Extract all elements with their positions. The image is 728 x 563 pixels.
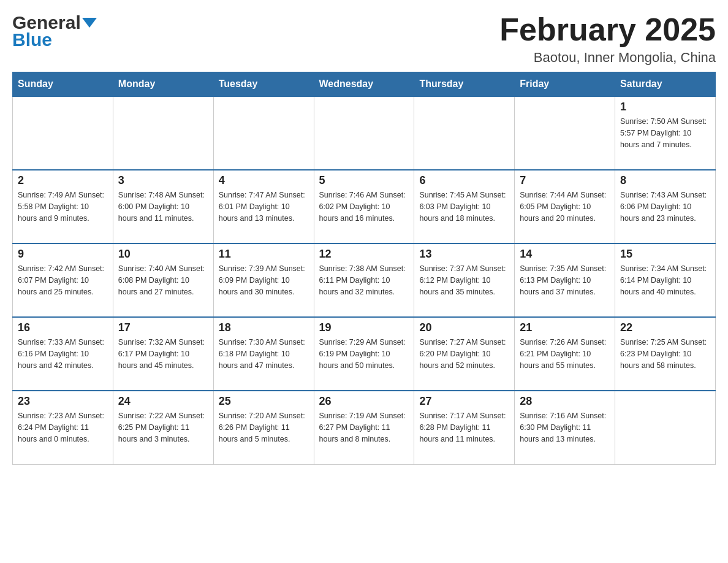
calendar-day-cell: 5Sunrise: 7:46 AM Sunset: 6:02 PM Daylig… bbox=[314, 170, 414, 243]
calendar-week-row: 2Sunrise: 7:49 AM Sunset: 5:58 PM Daylig… bbox=[13, 170, 716, 243]
calendar-day-cell bbox=[314, 96, 414, 170]
day-info: Sunrise: 7:17 AM Sunset: 6:28 PM Dayligh… bbox=[419, 410, 509, 445]
calendar-header: SundayMondayTuesdayWednesdayThursdayFrid… bbox=[13, 72, 716, 97]
calendar-day-cell: 26Sunrise: 7:19 AM Sunset: 6:27 PM Dayli… bbox=[314, 391, 414, 464]
calendar-day-cell: 14Sunrise: 7:35 AM Sunset: 6:13 PM Dayli… bbox=[515, 243, 615, 317]
calendar-day-cell: 1Sunrise: 7:50 AM Sunset: 5:57 PM Daylig… bbox=[615, 96, 716, 170]
calendar-day-cell: 8Sunrise: 7:43 AM Sunset: 6:06 PM Daylig… bbox=[615, 170, 716, 243]
day-info: Sunrise: 7:35 AM Sunset: 6:13 PM Dayligh… bbox=[520, 263, 610, 297]
calendar-body: 1Sunrise: 7:50 AM Sunset: 5:57 PM Daylig… bbox=[13, 96, 716, 464]
day-number: 25 bbox=[219, 395, 309, 408]
calendar-day-cell bbox=[615, 391, 716, 464]
calendar-header-cell: Monday bbox=[113, 72, 213, 97]
calendar-header-cell: Wednesday bbox=[314, 72, 414, 97]
calendar-week-row: 16Sunrise: 7:33 AM Sunset: 6:16 PM Dayli… bbox=[13, 317, 716, 391]
day-info: Sunrise: 7:34 AM Sunset: 6:14 PM Dayligh… bbox=[620, 263, 710, 297]
calendar-day-cell: 7Sunrise: 7:44 AM Sunset: 6:05 PM Daylig… bbox=[515, 170, 615, 243]
day-number: 26 bbox=[319, 395, 409, 408]
day-number: 21 bbox=[520, 321, 610, 334]
day-info: Sunrise: 7:44 AM Sunset: 6:05 PM Dayligh… bbox=[520, 190, 610, 224]
calendar-day-cell: 13Sunrise: 7:37 AM Sunset: 6:12 PM Dayli… bbox=[414, 243, 515, 317]
day-info: Sunrise: 7:46 AM Sunset: 6:02 PM Dayligh… bbox=[319, 190, 409, 224]
calendar-day-cell: 19Sunrise: 7:29 AM Sunset: 6:19 PM Dayli… bbox=[314, 317, 414, 391]
calendar-day-cell: 25Sunrise: 7:20 AM Sunset: 6:26 PM Dayli… bbox=[213, 391, 314, 464]
calendar-header-row: SundayMondayTuesdayWednesdayThursdayFrid… bbox=[13, 72, 716, 97]
calendar-day-cell: 23Sunrise: 7:23 AM Sunset: 6:24 PM Dayli… bbox=[13, 391, 113, 464]
day-info: Sunrise: 7:40 AM Sunset: 6:08 PM Dayligh… bbox=[118, 263, 208, 297]
calendar-header-cell: Saturday bbox=[615, 72, 716, 97]
day-number: 2 bbox=[18, 174, 108, 187]
calendar-week-row: 9Sunrise: 7:42 AM Sunset: 6:07 PM Daylig… bbox=[13, 243, 716, 317]
calendar-day-cell bbox=[13, 96, 113, 170]
calendar-day-cell bbox=[515, 96, 615, 170]
day-info: Sunrise: 7:20 AM Sunset: 6:26 PM Dayligh… bbox=[219, 410, 309, 445]
calendar-day-cell: 4Sunrise: 7:47 AM Sunset: 6:01 PM Daylig… bbox=[213, 170, 314, 243]
title-section: February 2025 Baotou, Inner Mongolia, Ch… bbox=[499, 12, 716, 66]
day-info: Sunrise: 7:30 AM Sunset: 6:18 PM Dayligh… bbox=[219, 337, 309, 371]
calendar-day-cell bbox=[213, 96, 314, 170]
day-number: 27 bbox=[419, 395, 509, 408]
day-info: Sunrise: 7:39 AM Sunset: 6:09 PM Dayligh… bbox=[219, 263, 309, 297]
calendar-week-row: 23Sunrise: 7:23 AM Sunset: 6:24 PM Dayli… bbox=[13, 391, 716, 464]
location-subtitle: Baotou, Inner Mongolia, China bbox=[499, 50, 716, 66]
calendar-day-cell: 11Sunrise: 7:39 AM Sunset: 6:09 PM Dayli… bbox=[213, 243, 314, 317]
calendar-table: SundayMondayTuesdayWednesdayThursdayFrid… bbox=[12, 72, 716, 465]
calendar-day-cell: 15Sunrise: 7:34 AM Sunset: 6:14 PM Dayli… bbox=[615, 243, 716, 317]
calendar-day-cell: 2Sunrise: 7:49 AM Sunset: 5:58 PM Daylig… bbox=[13, 170, 113, 243]
day-info: Sunrise: 7:47 AM Sunset: 6:01 PM Dayligh… bbox=[219, 190, 309, 224]
calendar-week-row: 1Sunrise: 7:50 AM Sunset: 5:57 PM Daylig… bbox=[13, 96, 716, 170]
day-number: 16 bbox=[18, 321, 108, 334]
calendar-day-cell: 12Sunrise: 7:38 AM Sunset: 6:11 PM Dayli… bbox=[314, 243, 414, 317]
day-number: 19 bbox=[319, 321, 409, 334]
calendar-day-cell bbox=[113, 96, 213, 170]
day-info: Sunrise: 7:33 AM Sunset: 6:16 PM Dayligh… bbox=[18, 337, 108, 371]
calendar-header-cell: Sunday bbox=[13, 72, 113, 97]
day-number: 23 bbox=[18, 395, 108, 408]
logo-blue-text: Blue bbox=[12, 29, 52, 50]
calendar-day-cell: 17Sunrise: 7:32 AM Sunset: 6:17 PM Dayli… bbox=[113, 317, 213, 391]
day-info: Sunrise: 7:23 AM Sunset: 6:24 PM Dayligh… bbox=[18, 410, 108, 445]
day-info: Sunrise: 7:49 AM Sunset: 5:58 PM Dayligh… bbox=[18, 190, 108, 224]
day-info: Sunrise: 7:22 AM Sunset: 6:25 PM Dayligh… bbox=[118, 410, 208, 445]
day-info: Sunrise: 7:38 AM Sunset: 6:11 PM Dayligh… bbox=[319, 263, 409, 297]
day-number: 12 bbox=[319, 248, 409, 261]
day-info: Sunrise: 7:48 AM Sunset: 6:00 PM Dayligh… bbox=[118, 190, 208, 224]
day-info: Sunrise: 7:19 AM Sunset: 6:27 PM Dayligh… bbox=[319, 410, 409, 445]
day-info: Sunrise: 7:26 AM Sunset: 6:21 PM Dayligh… bbox=[520, 337, 610, 371]
calendar-day-cell: 18Sunrise: 7:30 AM Sunset: 6:18 PM Dayli… bbox=[213, 317, 314, 391]
day-info: Sunrise: 7:29 AM Sunset: 6:19 PM Dayligh… bbox=[319, 337, 409, 371]
day-info: Sunrise: 7:50 AM Sunset: 5:57 PM Dayligh… bbox=[620, 116, 710, 150]
calendar-day-cell: 22Sunrise: 7:25 AM Sunset: 6:23 PM Dayli… bbox=[615, 317, 716, 391]
calendar-day-cell: 3Sunrise: 7:48 AM Sunset: 6:00 PM Daylig… bbox=[113, 170, 213, 243]
day-info: Sunrise: 7:45 AM Sunset: 6:03 PM Dayligh… bbox=[419, 190, 509, 224]
day-number: 28 bbox=[520, 395, 610, 408]
day-number: 24 bbox=[118, 395, 208, 408]
calendar-day-cell: 27Sunrise: 7:17 AM Sunset: 6:28 PM Dayli… bbox=[414, 391, 515, 464]
day-number: 3 bbox=[118, 174, 208, 187]
day-info: Sunrise: 7:25 AM Sunset: 6:23 PM Dayligh… bbox=[620, 337, 710, 371]
calendar-day-cell: 28Sunrise: 7:16 AM Sunset: 6:30 PM Dayli… bbox=[515, 391, 615, 464]
calendar-day-cell: 21Sunrise: 7:26 AM Sunset: 6:21 PM Dayli… bbox=[515, 317, 615, 391]
calendar-header-cell: Friday bbox=[515, 72, 615, 97]
calendar-header-cell: Tuesday bbox=[213, 72, 314, 97]
day-number: 20 bbox=[419, 321, 509, 334]
day-number: 11 bbox=[219, 248, 309, 261]
day-info: Sunrise: 7:16 AM Sunset: 6:30 PM Dayligh… bbox=[520, 410, 610, 445]
day-number: 6 bbox=[419, 174, 509, 187]
day-number: 13 bbox=[419, 248, 509, 261]
page-header: General Blue February 2025 Baotou, Inner… bbox=[12, 12, 716, 66]
logo-triangle-icon bbox=[82, 18, 97, 28]
day-number: 18 bbox=[219, 321, 309, 334]
day-info: Sunrise: 7:32 AM Sunset: 6:17 PM Dayligh… bbox=[118, 337, 208, 371]
day-number: 4 bbox=[219, 174, 309, 187]
day-number: 14 bbox=[520, 248, 610, 261]
day-info: Sunrise: 7:42 AM Sunset: 6:07 PM Dayligh… bbox=[18, 263, 108, 297]
day-number: 5 bbox=[319, 174, 409, 187]
day-number: 10 bbox=[118, 248, 208, 261]
calendar-day-cell: 9Sunrise: 7:42 AM Sunset: 6:07 PM Daylig… bbox=[13, 243, 113, 317]
logo: General Blue bbox=[12, 12, 97, 50]
calendar-day-cell: 24Sunrise: 7:22 AM Sunset: 6:25 PM Dayli… bbox=[113, 391, 213, 464]
calendar-header-cell: Thursday bbox=[414, 72, 515, 97]
calendar-day-cell: 10Sunrise: 7:40 AM Sunset: 6:08 PM Dayli… bbox=[113, 243, 213, 317]
day-number: 1 bbox=[620, 101, 710, 113]
